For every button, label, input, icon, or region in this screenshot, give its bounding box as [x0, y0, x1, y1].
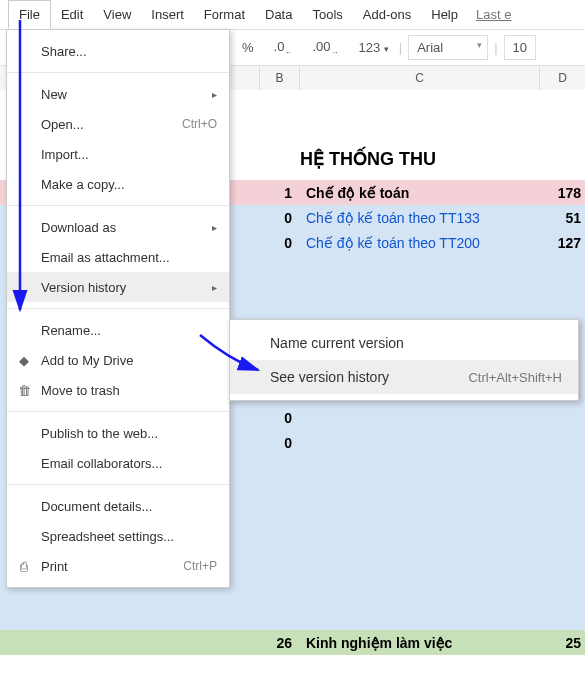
menu-version-history[interactable]: Version history▸: [7, 272, 229, 302]
menu-data[interactable]: Data: [255, 1, 302, 28]
menu-email-attachment[interactable]: Email as attachment...: [7, 242, 229, 272]
cell-b[interactable]: 0: [260, 210, 300, 226]
cell-d[interactable]: 25: [540, 635, 585, 651]
menu-move-to-trash[interactable]: 🗑Move to trash: [7, 375, 229, 405]
cell-d[interactable]: 178: [540, 185, 585, 201]
cell-c-link[interactable]: Chế độ kế toán theo TT133: [300, 210, 540, 226]
decrease-decimal[interactable]: .0←: [264, 39, 303, 57]
menu-import[interactable]: Import...: [7, 139, 229, 169]
file-menu-dropdown: Share... New▸ Open...Ctrl+O Import... Ma…: [6, 29, 230, 588]
menu-new[interactable]: New▸: [7, 79, 229, 109]
menu-rename[interactable]: Rename...: [7, 315, 229, 345]
menu-edit[interactable]: Edit: [51, 1, 93, 28]
menu-help[interactable]: Help: [421, 1, 468, 28]
col-c[interactable]: C: [300, 66, 540, 90]
cell-b[interactable]: 0: [260, 435, 300, 451]
col-d[interactable]: D: [540, 66, 585, 90]
menu-format[interactable]: Format: [194, 1, 255, 28]
menu-publish-web[interactable]: Publish to the web...: [7, 418, 229, 448]
number-format[interactable]: 123 ▾: [348, 40, 398, 55]
cell-c[interactable]: Kinh nghiệm làm việc: [300, 635, 540, 651]
menu-make-copy[interactable]: Make a copy...: [7, 169, 229, 199]
font-select[interactable]: Arial: [408, 35, 488, 60]
cell-b[interactable]: 0: [260, 410, 300, 426]
trash-icon: 🗑: [15, 383, 33, 398]
cell-d[interactable]: 51: [540, 210, 585, 226]
menu-add-to-drive[interactable]: ◆Add to My Drive: [7, 345, 229, 375]
submenu-see-version-history[interactable]: See version historyCtrl+Alt+Shift+H: [230, 360, 578, 394]
sheet-title: HỆ THỐNG THU: [300, 148, 436, 170]
cell-d[interactable]: 127: [540, 235, 585, 251]
chevron-right-icon: ▸: [212, 222, 217, 233]
menu-spreadsheet-settings[interactable]: Spreadsheet settings...: [7, 521, 229, 551]
print-icon: ⎙: [15, 559, 33, 574]
menu-email-collab[interactable]: Email collaborators...: [7, 448, 229, 478]
menu-addons[interactable]: Add-ons: [353, 1, 421, 28]
menu-tools[interactable]: Tools: [302, 1, 352, 28]
menu-print[interactable]: ⎙PrintCtrl+P: [7, 551, 229, 581]
last-edit-link[interactable]: Last e: [476, 7, 511, 22]
drive-icon: ◆: [15, 353, 33, 368]
increase-decimal[interactable]: .00→: [302, 39, 348, 57]
cell-c-link[interactable]: Chế độ kế toán theo TT200: [300, 235, 540, 251]
menu-open[interactable]: Open...Ctrl+O: [7, 109, 229, 139]
cell-c[interactable]: Chế độ kế toán: [300, 185, 540, 201]
menu-share[interactable]: Share...: [7, 36, 229, 66]
menu-document-details[interactable]: Document details...: [7, 491, 229, 521]
format-percent[interactable]: %: [232, 40, 264, 55]
chevron-right-icon: ▸: [212, 282, 217, 293]
cell-b[interactable]: 0: [260, 235, 300, 251]
menu-insert[interactable]: Insert: [141, 1, 194, 28]
menu-view[interactable]: View: [93, 1, 141, 28]
cell-b[interactable]: 1: [260, 185, 300, 201]
col-b[interactable]: B: [260, 66, 300, 90]
menubar: File Edit View Insert Format Data Tools …: [0, 0, 585, 30]
menu-file[interactable]: File: [8, 0, 51, 29]
submenu-name-current-version[interactable]: Name current version: [230, 326, 578, 360]
chevron-right-icon: ▸: [212, 89, 217, 100]
version-history-submenu: Name current version See version history…: [229, 319, 579, 401]
menu-download-as[interactable]: Download as▸: [7, 212, 229, 242]
cell-b[interactable]: 26: [260, 635, 300, 651]
font-size[interactable]: 10: [504, 35, 536, 60]
